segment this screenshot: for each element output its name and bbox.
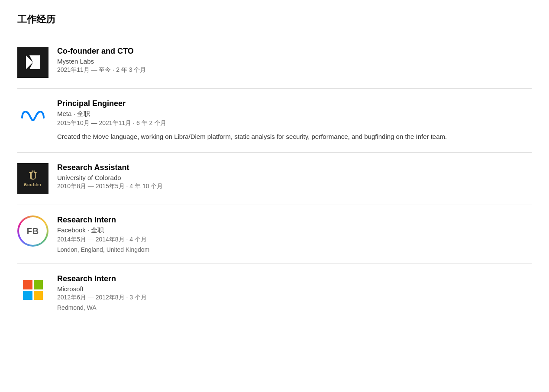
company-name: University of Colorado xyxy=(57,174,532,181)
date-range: 2014年5月 — 2014年8月 · 4 个月 xyxy=(57,236,532,244)
job-details: Co-founder and CTO Mysten Labs 2021年11月 … xyxy=(57,47,532,77)
company-name: Microsoft xyxy=(57,285,532,292)
date-range: 2021年11月 — 至今 · 2 年 3 个月 xyxy=(57,66,532,74)
company-name: Meta · 全职 xyxy=(57,110,532,118)
section-title: 工作经历 xyxy=(17,13,532,26)
date-range: 2010年8月 — 2015年5月 · 4 年 10 个月 xyxy=(57,183,532,190)
date-range: 2012年6月 — 2012年8月 · 3 个月 xyxy=(57,294,532,302)
job-title: Co-founder and CTO xyxy=(57,47,532,56)
job-title: Principal Engineer xyxy=(57,99,532,108)
list-item: Research Intern Microsoft 2012年6月 — 2012… xyxy=(17,264,532,321)
job-details: Research Intern Facebook · 全职 2014年5月 — … xyxy=(57,215,532,253)
experience-list: Co-founder and CTO Mysten Labs 2021年11月 … xyxy=(17,36,532,321)
job-location: Redmond, WA xyxy=(57,304,532,311)
microsoft-logo-icon xyxy=(23,280,43,300)
list-item: Principal Engineer Meta · 全职 2015年10月 — … xyxy=(17,89,532,153)
job-details: Research Intern Microsoft 2012年6月 — 2012… xyxy=(57,274,532,311)
job-location: London, England, United Kingdom xyxy=(57,246,532,253)
job-title: Research Intern xyxy=(57,274,532,283)
job-title: Research Intern xyxy=(57,215,532,225)
list-item: Ü Boulder Research Assistant University … xyxy=(17,153,532,205)
company-logo-microsoft xyxy=(17,274,48,305)
mysten-logo-icon xyxy=(23,52,43,73)
company-logo-meta xyxy=(17,99,48,130)
company-logo-mysten xyxy=(17,47,48,78)
list-item: FB Research Intern Facebook · 全职 2014年5月… xyxy=(17,205,532,264)
company-logo-facebook: FB xyxy=(17,215,48,247)
cu-symbol-icon: Ü xyxy=(29,170,37,182)
company-name: Mysten Labs xyxy=(57,58,532,65)
date-range: 2015年10月 — 2021年11月 · 6 年 2 个月 xyxy=(57,119,532,127)
job-details: Principal Engineer Meta · 全职 2015年10月 — … xyxy=(57,99,532,142)
job-description: Created the Move language, working on Li… xyxy=(57,132,532,142)
meta-logo-icon xyxy=(20,108,46,121)
company-logo-cu: Ü Boulder xyxy=(17,163,48,194)
job-title: Research Assistant xyxy=(57,163,532,172)
list-item: Co-founder and CTO Mysten Labs 2021年11月 … xyxy=(17,36,532,89)
job-details: Research Assistant University of Colorad… xyxy=(57,163,532,193)
fb-logo-icon: FB xyxy=(27,226,39,236)
company-name: Facebook · 全职 xyxy=(57,226,532,235)
